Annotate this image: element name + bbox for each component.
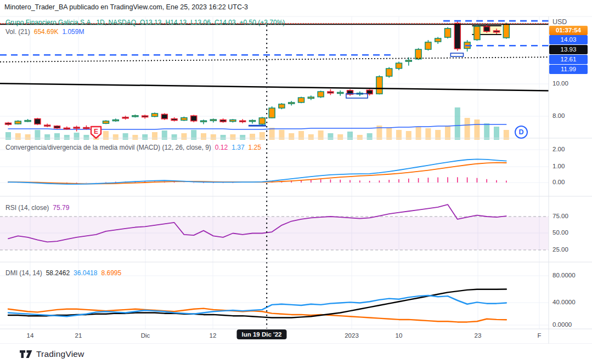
- dmi-legend: DMI (14, 14) 58.2462 36.0418 8.6995: [5, 269, 121, 277]
- time-tick-21[interactable]: 21: [75, 332, 82, 339]
- scale-label-0.0000[interactable]: 0.0000: [552, 321, 572, 328]
- scale-label-40.0000[interactable]: 40.0000: [552, 299, 576, 305]
- earnings-shield-icon: E: [90, 126, 102, 139]
- time-tick-F[interactable]: F: [537, 332, 541, 339]
- crosshair-date-badge: lun 19 Dic '22: [236, 329, 286, 339]
- price-badge-12.61: 12.61: [549, 55, 588, 64]
- dividends-letter: D: [518, 128, 523, 136]
- price-badge-13.93: 13.93: [549, 45, 588, 54]
- macd-legend: Convergencia/divergencia de la media móv…: [5, 144, 261, 151]
- symbol-title[interactable]: Grupo Financiero Galicia S.A...1D, NASDA…: [5, 19, 136, 26]
- ohlc-open: O13.13: [140, 19, 161, 26]
- time-tick-12[interactable]: 12: [210, 332, 217, 339]
- tradingview-chart-snapshot: Minotero_Trader_BA publicado en TradingV…: [0, 0, 592, 364]
- dmi-minusdi-value: 8.6995: [101, 269, 121, 277]
- volume-legend: Vol. (21) 654.69K 1.059M: [5, 28, 84, 36]
- time-tick-14[interactable]: 14: [27, 332, 34, 339]
- volume-label[interactable]: Vol. (21): [5, 28, 30, 36]
- time-tick-2023[interactable]: 2023: [345, 332, 359, 339]
- macd-signal-value: 1.25: [249, 144, 261, 151]
- earnings-event-badge[interactable]: E: [90, 126, 102, 139]
- ohlc-close: C14.03: [215, 19, 236, 26]
- macd-label[interactable]: Convergencia/divergencia de la media móv…: [5, 144, 211, 151]
- dmi-label[interactable]: DMI (14, 14): [5, 269, 42, 277]
- macd-line-value: 1.37: [232, 144, 244, 151]
- rsi-value: 75.79: [53, 204, 69, 212]
- scale-label-2.00[interactable]: 2.00: [552, 146, 565, 152]
- time-tick-23[interactable]: 23: [475, 332, 482, 339]
- scale-label-1.00[interactable]: 1.00: [552, 163, 565, 169]
- symbol-legend: Grupo Financiero Galicia S.A...1D, NASDA…: [5, 19, 285, 26]
- time-tick-Dic[interactable]: Dic: [141, 332, 150, 339]
- scale-label-0.00[interactable]: 0.00: [552, 179, 565, 185]
- chart-canvas[interactable]: [0, 0, 592, 364]
- price-badge-14.03: 14.03: [549, 35, 588, 44]
- scale-label-25.00[interactable]: 25.00: [552, 246, 568, 253]
- volume-ma-value: 1.059M: [62, 28, 84, 36]
- svg-text:E: E: [94, 128, 98, 135]
- time-tick-10[interactable]: 10: [396, 332, 403, 339]
- volume-value: 654.69K: [34, 28, 59, 36]
- price-badge-11.99: 11.99: [549, 65, 588, 74]
- attribution-header: Minotero_Trader_BA publicado en TradingV…: [4, 3, 248, 11]
- tradingview-brand-text[interactable]: TradingView: [36, 349, 84, 359]
- scale-label-80.0000[interactable]: 80.0000: [552, 272, 576, 278]
- price-change: +0.50 (+3.70%): [240, 19, 285, 26]
- macd-hist-value: 0.12: [215, 144, 228, 151]
- scale-label-10.00[interactable]: 10.00: [552, 80, 568, 87]
- scale-label-75.00[interactable]: 75.00: [552, 213, 568, 219]
- bar-countdown-badge: 01:37:54: [549, 26, 588, 35]
- rsi-label[interactable]: RSI (14, close): [5, 204, 49, 212]
- dmi-plusdi-value: 36.0418: [74, 269, 97, 277]
- scale-label-50.00[interactable]: 50.00: [552, 229, 568, 236]
- rsi-legend: RSI (14, close) 75.79: [5, 204, 69, 212]
- dividends-event-badge[interactable]: D: [515, 126, 528, 139]
- ohlc-high: H14.13: [165, 19, 187, 26]
- scale-label-8.00[interactable]: 8.00: [552, 112, 565, 119]
- tradingview-logo-icon[interactable]: [20, 350, 32, 358]
- ohlc-low: L13.06: [190, 19, 211, 26]
- footer-bar: TradingView: [0, 344, 592, 364]
- dmi-adx-value: 58.2462: [46, 269, 70, 277]
- currency-label: USD: [552, 18, 567, 26]
